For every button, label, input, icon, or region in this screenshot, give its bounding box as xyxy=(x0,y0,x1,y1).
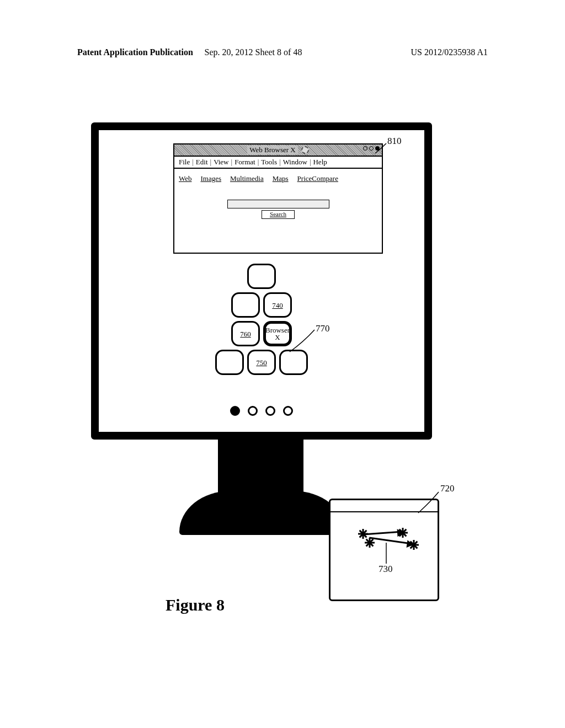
pub-number: US 2012/0235938 A1 xyxy=(411,47,488,57)
touchpad-device[interactable] xyxy=(329,499,439,601)
menu-help[interactable]: Help xyxy=(312,158,328,167)
app-icon[interactable] xyxy=(279,350,308,375)
callout-720: 720 xyxy=(440,483,455,494)
app-icon-760[interactable]: 760 xyxy=(231,321,260,346)
figure-caption: Figure 8 xyxy=(166,596,225,614)
menu-window[interactable]: Window xyxy=(282,158,308,167)
search-button[interactable]: Search xyxy=(262,210,295,219)
minimize-icon[interactable] xyxy=(363,146,367,151)
app-icon-750[interactable]: 750 xyxy=(247,350,276,375)
menu-file[interactable]: File xyxy=(178,158,191,167)
ref-740: 740 xyxy=(272,302,283,309)
monitor-stand-base xyxy=(179,491,345,535)
tab-pricecompare[interactable]: PriceCompare xyxy=(297,174,338,183)
browser-title-text: Web Browser X xyxy=(247,146,297,154)
tab-images[interactable]: Images xyxy=(201,174,222,183)
tab-maps[interactable]: Maps xyxy=(273,174,289,183)
search-input[interactable] xyxy=(227,200,329,208)
sheet-info: Sep. 20, 2012 Sheet 8 of 48 xyxy=(205,47,302,57)
page-header: Patent Application Publication Sep. 20, … xyxy=(0,47,565,57)
tab-web[interactable]: Web xyxy=(179,174,192,183)
pub-label: Patent Application Publication xyxy=(77,47,193,57)
close-icon[interactable] xyxy=(375,146,380,151)
loading-spinner-icon xyxy=(301,146,309,154)
page-dot-4[interactable] xyxy=(283,406,293,416)
display-monitor: Web Browser X File| Edit| View| Format| … xyxy=(91,122,432,440)
menu-tools[interactable]: Tools xyxy=(260,158,278,167)
callout-770: 770 xyxy=(316,323,330,334)
callout-810: 810 xyxy=(387,136,402,147)
app-icon-740[interactable]: 740 xyxy=(263,292,292,318)
ref-750: 750 xyxy=(256,359,267,366)
page-dot-2[interactable] xyxy=(248,406,258,416)
search-category-tabs: Web Images Multimedia Maps PriceCompare xyxy=(174,169,382,189)
app-icon[interactable] xyxy=(247,264,276,289)
tab-multimedia[interactable]: Multimedia xyxy=(230,174,264,183)
callout-730: 730 xyxy=(379,564,393,575)
page-indicator[interactable] xyxy=(99,406,424,416)
browser-menubar: File| Edit| View| Format| Tools| Window|… xyxy=(174,157,382,169)
app-icon-browser-x[interactable]: Browser X xyxy=(263,321,292,346)
ref-760: 760 xyxy=(240,330,251,338)
menu-edit[interactable]: Edit xyxy=(195,158,209,167)
browser-titlebar[interactable]: Web Browser X xyxy=(174,144,382,157)
menu-view[interactable]: View xyxy=(212,158,230,167)
app-icon[interactable] xyxy=(215,350,244,375)
browser-window: Web Browser X File| Edit| View| Format| … xyxy=(173,143,383,254)
page-dot-1[interactable] xyxy=(230,406,240,416)
window-controls xyxy=(363,146,380,151)
app-icon-grid: 740 760 Browser X 750 xyxy=(99,264,424,378)
app-label-line2: X xyxy=(275,334,280,341)
app-icon[interactable] xyxy=(231,292,260,318)
menu-format[interactable]: Format xyxy=(233,158,257,167)
page-dot-3[interactable] xyxy=(265,406,275,416)
search-area: Search xyxy=(174,200,382,219)
maximize-icon[interactable] xyxy=(369,146,374,151)
